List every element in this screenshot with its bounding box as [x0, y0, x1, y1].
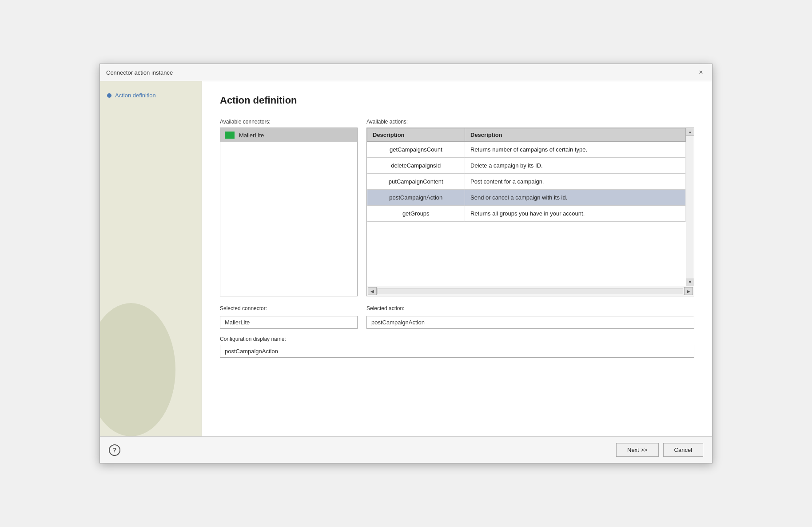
footer: ? Next >> Cancel — [100, 436, 712, 463]
action-description-cell: Delete a campaign by its ID. — [465, 158, 686, 174]
available-actions-label: Available actions: — [366, 119, 694, 125]
actions-table-container: Description Description getCampaignsCoun… — [366, 128, 694, 296]
table-scroll-wrapper[interactable]: Description Description getCampaignsCoun… — [367, 128, 686, 286]
table-row[interactable]: putCampaignContent Post content for a ca… — [367, 174, 686, 190]
vscroll-container: Description Description getCampaignsCoun… — [367, 128, 694, 286]
connectors-section: Available connectors: MailerLite — [220, 119, 358, 296]
config-display-name-input[interactable] — [220, 345, 694, 358]
footer-right: Next >> Cancel — [616, 443, 703, 457]
action-description-cell: Returns number of campaigns of certain t… — [465, 142, 686, 158]
col-header-name: Description — [367, 128, 465, 142]
actions-vertical-scrollbar: ▲ ▼ — [686, 128, 694, 286]
selected-action-col: Selected action: — [366, 305, 694, 329]
action-description-cell: Returns all groups you have in your acco… — [465, 206, 686, 222]
actions-section: Available actions: Description Descripti… — [366, 119, 694, 296]
dialog-body: Action definition Action definition Avai… — [100, 81, 712, 436]
col-header-description: Description — [465, 128, 686, 142]
connector-icon-mailerlite — [225, 132, 235, 139]
connectors-list[interactable]: MailerLite — [220, 128, 358, 296]
connector-item-mailerlite[interactable]: MailerLite — [220, 128, 357, 142]
sidebar-item-action-definition[interactable]: Action definition — [107, 90, 195, 100]
table-row[interactable]: postCampaignAction Send or cancel a camp… — [367, 190, 686, 206]
two-column-section: Available connectors: MailerLite Availab… — [220, 119, 694, 296]
help-button[interactable]: ? — [109, 444, 120, 456]
action-name-cell: putCampaignContent — [367, 174, 465, 190]
sidebar-item-label: Action definition — [115, 92, 156, 99]
title-bar: Connector action instance × — [100, 64, 712, 81]
scroll-right-button[interactable]: ▶ — [684, 287, 693, 295]
scroll-track — [686, 136, 694, 278]
hscroll-track — [378, 288, 683, 294]
scroll-left-button[interactable]: ◀ — [368, 287, 377, 295]
selected-action-label: Selected action: — [366, 305, 694, 311]
page-title: Action definition — [220, 95, 694, 106]
connector-name: MailerLite — [239, 132, 264, 139]
action-name-cell: getCampaignsCount — [367, 142, 465, 158]
next-button[interactable]: Next >> — [616, 443, 659, 457]
selected-connector-label: Selected connector: — [220, 305, 358, 311]
action-description-cell: Send or cancel a campaign with its id. — [465, 190, 686, 206]
actions-horizontal-scrollbar: ◀ ▶ — [367, 286, 694, 296]
available-connectors-label: Available connectors: — [220, 119, 358, 125]
sidebar-decoration — [100, 303, 175, 436]
selected-action-input — [366, 316, 694, 329]
action-description-cell: Post content for a campaign. — [465, 174, 686, 190]
footer-left: ? — [109, 444, 120, 456]
actions-table: Description Description getCampaignsCoun… — [367, 128, 686, 222]
action-name-cell: postCampaignAction — [367, 190, 465, 206]
selected-connector-col: Selected connector: — [220, 305, 358, 329]
close-button[interactable]: × — [696, 68, 706, 77]
cancel-button[interactable]: Cancel — [663, 443, 703, 457]
table-row[interactable]: getCampaignsCount Returns number of camp… — [367, 142, 686, 158]
sidebar: Action definition — [100, 81, 202, 436]
table-row[interactable]: deleteCampaignsId Delete a campaign by i… — [367, 158, 686, 174]
scroll-up-button[interactable]: ▲ — [686, 128, 694, 136]
selected-connector-input — [220, 316, 358, 329]
sidebar-dot-icon — [107, 93, 111, 98]
table-row[interactable]: getGroups Returns all groups you have in… — [367, 206, 686, 222]
selected-row: Selected connector: Selected action: — [220, 305, 694, 329]
dialog-container: Connector action instance × Action defin… — [100, 64, 712, 463]
action-name-cell: getGroups — [367, 206, 465, 222]
scroll-down-button[interactable]: ▼ — [686, 278, 694, 286]
config-section: Configuration display name: — [220, 336, 694, 358]
dialog-title: Connector action instance — [106, 69, 173, 76]
config-display-name-label: Configuration display name: — [220, 336, 694, 342]
main-content: Action definition Available connectors: … — [202, 81, 712, 436]
action-name-cell: deleteCampaignsId — [367, 158, 465, 174]
